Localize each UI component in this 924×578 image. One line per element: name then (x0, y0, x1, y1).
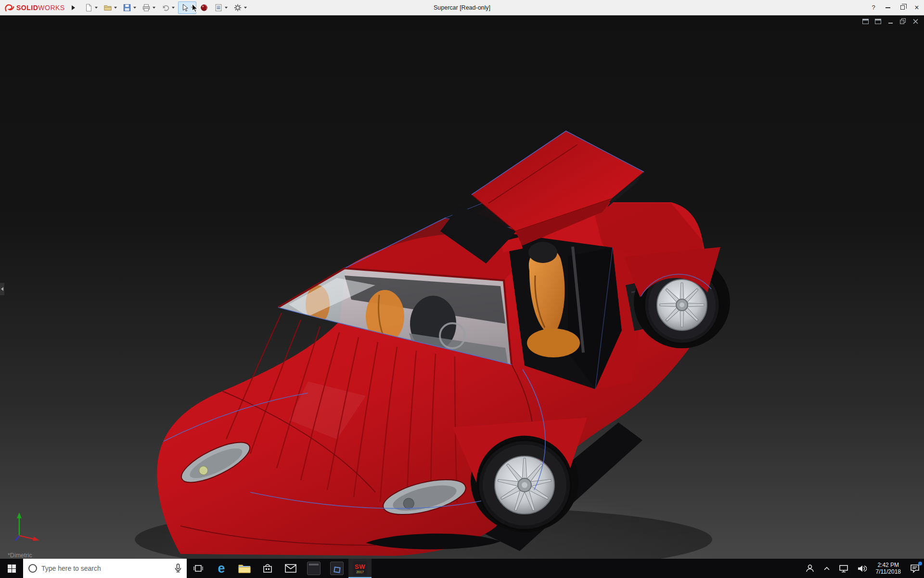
edge-icon: e (218, 562, 225, 575)
solidworks-window: SOLIDWORKS (0, 0, 924, 578)
solidworks-logo-text: SOLIDWORKS (16, 4, 65, 12)
collapse-arrow-icon (1, 287, 3, 291)
dropdown-caret-icon[interactable] (172, 7, 175, 9)
restore-icon (900, 5, 905, 10)
help-button[interactable]: ? (866, 0, 881, 15)
volume-icon (857, 565, 867, 573)
dropdown-caret-icon[interactable] (244, 7, 247, 9)
windows-taskbar: e (0, 559, 924, 578)
close-icon: × (914, 4, 919, 12)
appearances-button[interactable] (197, 1, 211, 14)
volume-button[interactable] (853, 559, 871, 578)
doc-minimize-button[interactable] (886, 18, 894, 25)
notification-badge (918, 562, 922, 565)
sheet-properties-button[interactable] (212, 1, 230, 14)
orientation-triad (12, 511, 42, 541)
restore-button[interactable] (895, 0, 910, 15)
solidworks-2017-icon: SW 2017 (353, 561, 367, 576)
logo-solid-text: SOLID (16, 4, 38, 12)
taskbar-clock[interactable]: 2:42 PM 7/11/2018 (871, 559, 906, 578)
menu-expand-arrow-icon[interactable] (72, 5, 75, 10)
close-button[interactable]: × (910, 0, 924, 15)
view-orientation-label: *Dimetric (8, 552, 32, 559)
dropdown-caret-icon[interactable] (191, 7, 194, 9)
sheet-properties-icon (214, 3, 223, 12)
options-gear-icon (233, 3, 242, 12)
doc-window-button-2[interactable] (874, 18, 882, 25)
sw-label-text: SW (355, 564, 365, 570)
action-center-icon (910, 564, 920, 573)
open-folder-icon (103, 3, 112, 12)
doc-close-button[interactable] (911, 18, 919, 25)
network-button[interactable] (834, 559, 853, 578)
dropdown-caret-icon[interactable] (95, 7, 98, 9)
new-document-icon (84, 3, 93, 12)
logo-works-text: WORKS (38, 4, 64, 12)
people-icon (805, 564, 815, 573)
undo-arrow-icon (161, 3, 170, 12)
doc-window-button-1[interactable] (861, 18, 869, 25)
taskbar-app-cad-viewer[interactable] (325, 559, 348, 578)
new-document-button[interactable] (82, 1, 100, 14)
open-document-button[interactable] (101, 1, 119, 14)
print-button[interactable] (140, 1, 158, 14)
mail-envelope-icon (285, 564, 296, 573)
save-button[interactable] (120, 1, 139, 14)
feature-panel-collapse-handle[interactable] (0, 283, 4, 295)
dropdown-caret-icon[interactable] (153, 7, 155, 9)
dropdown-caret-icon[interactable] (114, 7, 117, 9)
taskbar-app-file-explorer[interactable] (233, 559, 256, 578)
select-tool-button[interactable] (178, 1, 196, 14)
taskbar-app-store[interactable] (256, 559, 279, 578)
file-explorer-icon (238, 563, 251, 574)
taskbar-app-window[interactable] (302, 559, 325, 578)
solidworks-logo: SOLIDWORKS (4, 3, 65, 13)
doc-restore-button[interactable] (899, 18, 907, 25)
save-floppy-icon (123, 3, 131, 12)
document-window-controls (861, 18, 919, 25)
taskbar-app-edge[interactable]: e (210, 559, 233, 578)
dropdown-caret-icon[interactable] (133, 7, 136, 9)
system-tray: 2:42 PM 7/11/2018 (801, 559, 924, 578)
cad-viewer-icon (330, 562, 344, 575)
undo-button[interactable] (159, 1, 177, 14)
clock-date: 7/11/2018 (876, 568, 901, 575)
hidden-icons-button[interactable] (819, 559, 834, 578)
search-input[interactable] (41, 565, 170, 572)
task-view-icon (193, 564, 203, 573)
main-toolbar (82, 0, 249, 15)
titlebar: SOLIDWORKS (0, 0, 924, 15)
cortana-circle-icon (28, 564, 38, 573)
store-bag-icon (262, 563, 273, 574)
select-cursor-icon (180, 3, 189, 12)
graphics-viewport[interactable]: *Dimetric (0, 15, 924, 559)
start-button[interactable] (0, 559, 23, 578)
taskbar-app-mail[interactable] (279, 559, 302, 578)
sw-year-text: 2017 (356, 570, 364, 574)
microphone-icon[interactable] (174, 564, 182, 573)
network-icon (839, 565, 848, 573)
task-view-button[interactable] (187, 559, 210, 578)
taskbar-search[interactable] (23, 559, 187, 578)
clock-time: 2:42 PM (877, 562, 899, 568)
taskbar-app-solidworks[interactable]: SW 2017 (348, 559, 372, 578)
people-button[interactable] (801, 559, 819, 578)
minimize-button[interactable] (881, 0, 895, 15)
chevron-up-icon (823, 566, 830, 571)
action-center-button[interactable] (906, 559, 924, 578)
app-window-icon (307, 562, 321, 575)
minimize-icon (886, 7, 890, 8)
appearance-sphere-icon (200, 3, 208, 12)
windows-logo-icon (8, 565, 16, 573)
dropdown-caret-icon[interactable] (225, 7, 228, 9)
options-button[interactable] (231, 1, 249, 14)
ds-logo-icon (4, 3, 14, 13)
car-model-supercar[interactable] (0, 15, 924, 559)
print-icon (142, 3, 151, 12)
